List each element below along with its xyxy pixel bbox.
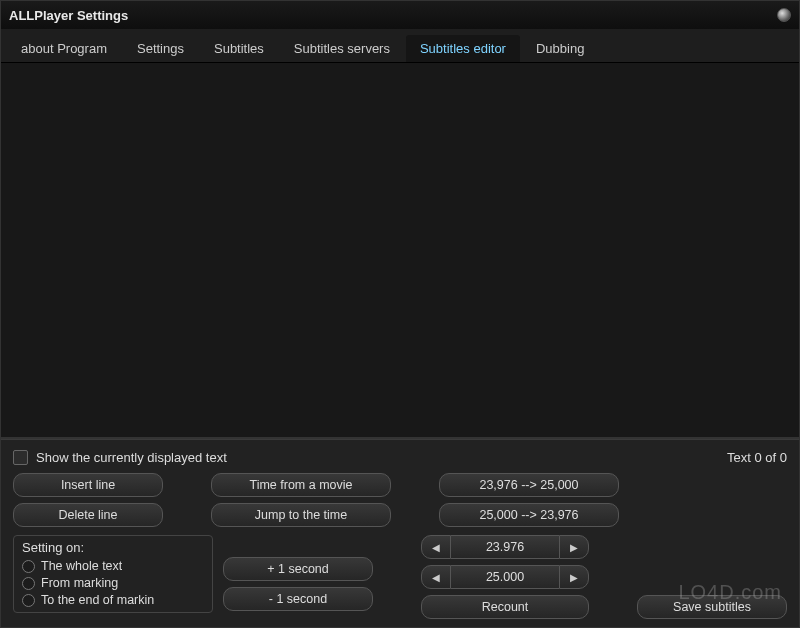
fps2-value[interactable]: 25.000 [451, 565, 559, 589]
fps2-increment-icon[interactable]: ▶ [559, 565, 589, 589]
fps-23-to-25-button[interactable]: 23,976 --> 25,000 [439, 473, 619, 497]
recount-button[interactable]: Recount [421, 595, 589, 619]
fps1-value[interactable]: 23.976 [451, 535, 559, 559]
radio-to-end-marking-label: To the end of markin [41, 593, 154, 607]
text-counter: Text 0 of 0 [727, 450, 787, 465]
close-orb-icon[interactable] [777, 8, 791, 22]
tab-bar: about Program Settings Subtitles Subtitl… [1, 29, 799, 63]
fps1-increment-icon[interactable]: ▶ [559, 535, 589, 559]
fps2-decrement-icon[interactable]: ◀ [421, 565, 451, 589]
setting-on-group: Setting on: The whole text From marking … [13, 535, 213, 613]
fps-spinner-2: ◀ 25.000 ▶ [421, 565, 589, 589]
save-subtitles-button[interactable]: Save subtitles [637, 595, 787, 619]
show-text-checkbox[interactable] [13, 450, 28, 465]
subtitle-editor-area[interactable] [1, 63, 799, 439]
fps-25-to-23-button[interactable]: 25,000 --> 23,976 [439, 503, 619, 527]
tab-subtitles-editor[interactable]: Subtitles editor [406, 35, 520, 62]
controls-row-1: Insert line Delete line Time from a movi… [13, 473, 787, 527]
tab-subtitles-servers[interactable]: Subtitles servers [280, 35, 404, 62]
delete-line-button[interactable]: Delete line [13, 503, 163, 527]
radio-whole-text[interactable] [22, 560, 35, 573]
tab-settings[interactable]: Settings [123, 35, 198, 62]
jump-to-time-button[interactable]: Jump to the time [211, 503, 391, 527]
minus-1-second-button[interactable]: - 1 second [223, 587, 373, 611]
radio-whole-text-label: The whole text [41, 559, 122, 573]
radio-to-end-marking[interactable] [22, 594, 35, 607]
time-from-movie-button[interactable]: Time from a movie [211, 473, 391, 497]
window-title: ALLPlayer Settings [9, 8, 128, 23]
tab-about-program[interactable]: about Program [7, 35, 121, 62]
fps-spinner-1: ◀ 23.976 ▶ [421, 535, 589, 559]
plus-1-second-button[interactable]: + 1 second [223, 557, 373, 581]
insert-line-button[interactable]: Insert line [13, 473, 163, 497]
radio-from-marking-label: From marking [41, 576, 118, 590]
show-text-label: Show the currently displayed text [36, 450, 227, 465]
controls-row-2: Setting on: The whole text From marking … [13, 535, 787, 619]
bottom-panel: Show the currently displayed text Text 0… [1, 439, 799, 627]
setting-on-label: Setting on: [22, 540, 204, 555]
radio-from-marking[interactable] [22, 577, 35, 590]
settings-window: ALLPlayer Settings about Program Setting… [0, 0, 800, 628]
tab-subtitles[interactable]: Subtitles [200, 35, 278, 62]
tab-dubbing[interactable]: Dubbing [522, 35, 598, 62]
fps1-decrement-icon[interactable]: ◀ [421, 535, 451, 559]
content-area: Show the currently displayed text Text 0… [1, 63, 799, 627]
show-text-row: Show the currently displayed text Text 0… [13, 450, 787, 465]
titlebar: ALLPlayer Settings [1, 1, 799, 29]
